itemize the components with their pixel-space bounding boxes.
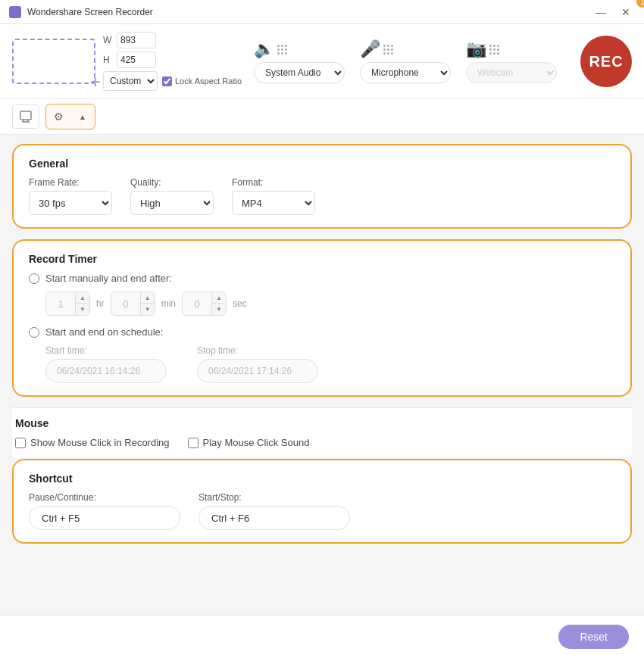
schedule-option: Start and end on schedule: — [29, 326, 615, 338]
audio-dots-mic — [383, 45, 393, 55]
start-time-value[interactable]: 06/24/2021 16:14:26 — [45, 359, 167, 383]
startstop-shortcut-field: Start/Stop: Ctrl + F6 — [199, 492, 350, 530]
start-time-label: Start time: — [45, 345, 167, 356]
mouse-section: Mouse Show Mouse Click in Recording Play… — [12, 407, 632, 457]
webcam-select[interactable]: Webcam — [466, 62, 557, 83]
settings-button[interactable]: ⚙ — [46, 104, 70, 129]
sec-unit: sec — [233, 298, 247, 309]
dimension-inputs: W H Custom Lock Aspect Ratio — [103, 32, 242, 91]
window-controls: — ✕ — [591, 5, 635, 20]
sec-up-btn[interactable]: ▲ — [212, 292, 226, 304]
custom-row: Custom Lock Aspect Ratio — [103, 71, 242, 91]
framerate-field: Frame Rate: 30 fps 60 fps 20 fps — [29, 177, 112, 215]
rec-button[interactable]: REC — [580, 36, 632, 87]
svg-rect-0 — [20, 111, 31, 120]
format-label: Format: — [232, 177, 315, 188]
sec-down-btn[interactable]: ▼ — [212, 304, 226, 315]
audio-dots-webcam — [489, 45, 499, 55]
general-section: General Frame Rate: 30 fps 60 fps 20 fps… — [12, 144, 632, 229]
hour-input[interactable] — [46, 298, 75, 310]
framerate-select[interactable]: 30 fps 60 fps 20 fps — [29, 191, 112, 215]
manual-timer-label: Start manually and end after: — [45, 273, 172, 284]
title-bar: Wondershare Screen Recorder — ✕ — [0, 0, 644, 24]
manual-timer-radio[interactable] — [29, 273, 39, 284]
resolution-select[interactable]: Custom — [103, 71, 158, 91]
startstop-shortcut-value[interactable]: Ctrl + F6 — [199, 506, 350, 530]
play-sound-checkbox[interactable] — [188, 438, 199, 448]
schedule-label: Start and end on schedule: — [45, 326, 163, 338]
audio-dots-system — [277, 45, 287, 55]
w-label: W — [103, 35, 114, 45]
webcam-item: 📷 Webcam — [466, 39, 557, 83]
title-text: Wondershare Screen Recorder — [27, 7, 153, 17]
lock-aspect-text: Lock Aspect Ratio — [175, 76, 242, 86]
speaker-icon: 🔈 — [254, 39, 274, 59]
minimize-button[interactable]: — — [591, 5, 611, 20]
show-click-text: Show Mouse Click in Recording — [30, 437, 170, 448]
capture-preview: ✛ — [12, 39, 95, 84]
system-audio-item: 🔈 System Audio — [254, 39, 345, 83]
pause-shortcut-value[interactable]: Ctrl + F5 — [29, 506, 180, 530]
toolbar2: ⚙ ▲ 1 — [0, 99, 644, 135]
hour-down-btn[interactable]: ▼ — [76, 304, 89, 315]
height-input[interactable] — [117, 51, 156, 68]
microphone-item: 🎤 Microphone — [360, 39, 451, 83]
content-area: General Frame Rate: 30 fps 60 fps 20 fps… — [0, 135, 644, 615]
pause-shortcut-label: Pause/Continue: — [29, 492, 180, 503]
general-row: Frame Rate: 30 fps 60 fps 20 fps Quality… — [29, 177, 615, 215]
stop-time-value[interactable]: 06/24/2021 17:14:26 — [197, 359, 318, 383]
play-sound-text: Play Mouse Click Sound — [203, 437, 310, 448]
mouse-title: Mouse — [12, 417, 632, 429]
hour-stepper-btns: ▲ ▼ — [75, 292, 89, 315]
quality-field: Quality: High Medium Low — [130, 177, 214, 215]
mic-icon-row: 🎤 — [360, 39, 393, 59]
manual-timer-option: Start manually and end after: — [29, 273, 615, 284]
crosshair-icon: ✛ — [90, 76, 100, 89]
app-icon — [9, 6, 21, 18]
show-click-checkbox[interactable] — [15, 438, 26, 448]
settings-icon: ⚙ — [54, 111, 64, 123]
close-button[interactable]: ✕ — [617, 5, 635, 20]
min-up-btn[interactable]: ▲ — [141, 292, 155, 304]
time-fields-row: Start time: 06/24/2021 16:14:26 Stop tim… — [45, 345, 615, 383]
stop-time-label: Stop time: — [197, 345, 318, 356]
record-timer-title: Record Timer — [29, 253, 615, 265]
width-input[interactable] — [117, 32, 156, 48]
reset-button[interactable]: Reset — [558, 625, 629, 649]
shortcut-title: Shortcut — [29, 472, 615, 485]
title-bar-left: Wondershare Screen Recorder — [9, 6, 153, 18]
shortcut-section: Shortcut Pause/Continue: Ctrl + F5 Start… — [12, 459, 632, 544]
quality-label: Quality: — [130, 177, 214, 188]
general-title: General — [29, 157, 615, 170]
mouse-row: Show Mouse Click in Recording Play Mouse… — [12, 437, 632, 448]
format-field: Format: MP4 AVI MOV — [232, 177, 315, 215]
dimension-area: ✛ W H Custom Lock Aspect Ratio — [12, 32, 242, 91]
system-audio-select[interactable]: System Audio — [254, 62, 345, 83]
sec-input[interactable] — [183, 298, 211, 310]
min-down-btn[interactable]: ▼ — [141, 304, 155, 315]
bottom-bar: Reset — [0, 615, 644, 658]
min-unit: min — [161, 298, 176, 309]
chevron-up-icon: ▲ — [79, 113, 86, 121]
settings-expand-button[interactable]: ▲ — [70, 104, 95, 129]
hour-up-btn[interactable]: ▲ — [76, 292, 89, 304]
timer-inputs-row: ▲ ▼ hr ▲ ▼ min ▲ ▼ sec — [45, 292, 615, 316]
audio-controls: 🔈 System Audio 🎤 — [254, 39, 568, 83]
min-input[interactable] — [111, 298, 140, 310]
screenshot-button[interactable] — [12, 104, 39, 129]
webcam-icon: 📷 — [466, 39, 486, 59]
settings-button-group: ⚙ ▲ 1 — [45, 104, 95, 129]
format-select[interactable]: MP4 AVI MOV — [232, 191, 315, 215]
system-audio-icon-row: 🔈 — [254, 39, 287, 59]
quality-select[interactable]: High Medium Low — [130, 191, 214, 215]
width-row: W — [103, 32, 242, 48]
microphone-select[interactable]: Microphone — [360, 62, 451, 83]
stop-time-group: Stop time: 06/24/2021 17:14:26 — [197, 345, 318, 383]
show-click-label: Show Mouse Click in Recording — [15, 437, 170, 448]
webcam-icon-row: 📷 — [466, 39, 499, 59]
lock-aspect-checkbox[interactable] — [162, 76, 172, 86]
record-timer-section: Record Timer Start manually and end afte… — [12, 239, 632, 397]
shortcut-row: Pause/Continue: Ctrl + F5 Start/Stop: Ct… — [29, 492, 615, 530]
play-sound-label: Play Mouse Click Sound — [188, 437, 310, 448]
schedule-radio[interactable] — [29, 327, 39, 338]
